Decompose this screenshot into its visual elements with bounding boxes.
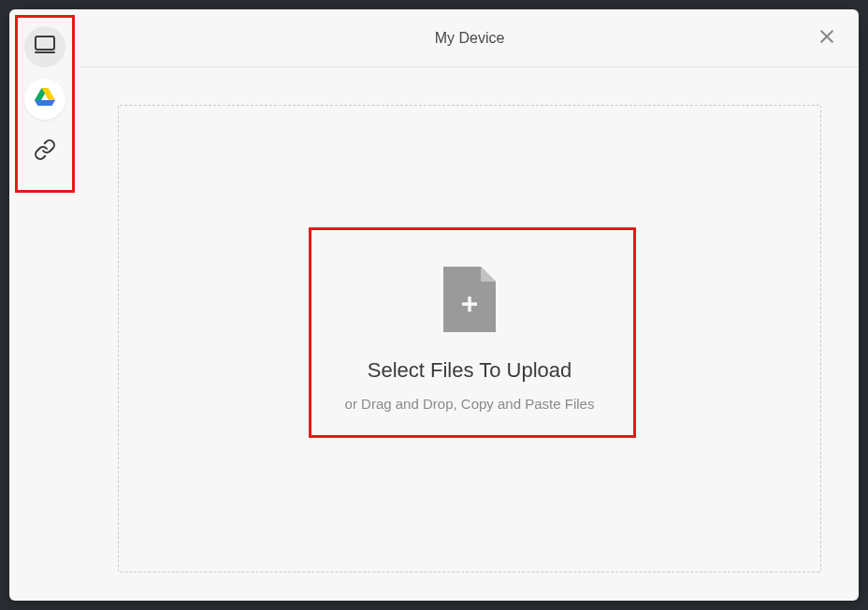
svg-marker-4 (35, 100, 55, 106)
source-sidebar (9, 9, 80, 601)
svg-rect-0 (36, 36, 54, 50)
modal-title: My Device (435, 30, 505, 47)
monitor-icon (34, 34, 56, 60)
file-dropzone[interactable]: Select Files To Upload or Drag and Drop,… (118, 105, 821, 573)
close-button[interactable] (814, 25, 840, 51)
sidebar-item-link[interactable] (24, 131, 65, 172)
modal-header: My Device (80, 9, 859, 67)
select-files-area[interactable]: Select Files To Upload or Drag and Drop,… (298, 239, 642, 440)
content-area: Select Files To Upload or Drag and Drop,… (80, 67, 859, 601)
sidebar-item-my-device[interactable] (24, 26, 65, 67)
link-icon (34, 138, 56, 165)
google-drive-icon (35, 88, 55, 110)
sidebar-item-google-drive[interactable] (24, 79, 65, 120)
upload-subtitle: or Drag and Drop, Copy and Paste Files (345, 396, 595, 412)
main-panel: My Device (80, 9, 859, 601)
file-add-icon (443, 267, 496, 332)
close-icon (817, 27, 836, 50)
upload-modal: My Device (9, 9, 859, 601)
upload-title: Select Files To Upload (368, 358, 572, 383)
